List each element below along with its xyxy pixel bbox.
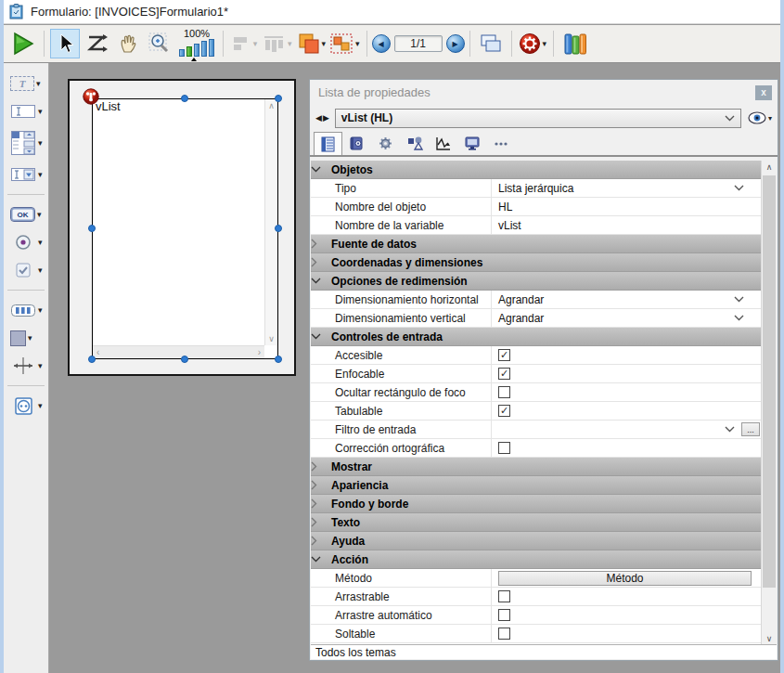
property-checkbox[interactable]	[498, 386, 510, 398]
select-arrow-button[interactable]	[50, 29, 80, 58]
zoom-bar[interactable]	[201, 41, 207, 57]
tab-objects[interactable]	[400, 132, 429, 155]
tab-more[interactable]	[486, 132, 515, 155]
selection-handle-s[interactable]	[181, 356, 188, 363]
group-icon	[329, 32, 353, 55]
method-button[interactable]: Método	[498, 571, 752, 586]
explorer-library-button[interactable]	[559, 29, 589, 58]
selection-handle-ne[interactable]	[275, 95, 282, 102]
section-header[interactable]: Mostrar	[311, 458, 761, 476]
scroll-up-icon[interactable]: ∧	[265, 101, 277, 110]
pan-hand-button[interactable]	[113, 29, 143, 58]
browse-button[interactable]: ...	[741, 422, 760, 436]
tab-display[interactable]	[457, 132, 486, 155]
chevron-down-icon: ▾	[28, 333, 32, 343]
text-tool[interactable]: T ▾	[6, 71, 46, 96]
property-list: ObjetosTipoLista jerárquicaNombre del ob…	[311, 161, 777, 645]
section-header[interactable]: Controles de entrada	[311, 328, 761, 346]
entry-order-button[interactable]	[82, 29, 111, 58]
chevron-down-icon[interactable]	[734, 296, 744, 303]
section-header[interactable]: Objetos	[311, 161, 761, 179]
property-checkbox[interactable]: ✓	[498, 405, 510, 417]
zoom-bar[interactable]	[194, 44, 199, 57]
hierarchical-list-object[interactable]: vList ∧ ∨ ‹ ›	[92, 98, 278, 359]
section-header[interactable]: Apariencia	[311, 476, 761, 495]
view-options-button[interactable]: ▾	[748, 111, 772, 124]
chevron-down-icon[interactable]	[734, 315, 744, 321]
selector-prev-next-arrows[interactable]: ◀▶	[315, 113, 330, 123]
splitter-tool[interactable]: ▾	[6, 354, 46, 378]
tab-events[interactable]	[429, 132, 457, 155]
object-vertical-scrollbar[interactable]: ∧ ∨	[264, 99, 277, 345]
section-header[interactable]: Fuente de datos	[311, 235, 761, 253]
property-value[interactable]: vList	[498, 216, 521, 234]
property-checkbox[interactable]	[498, 442, 510, 454]
scroll-up-icon[interactable]: ∧	[762, 162, 777, 172]
selection-handle-e[interactable]	[275, 225, 282, 232]
execute-form-button[interactable]	[8, 29, 38, 58]
tab-data[interactable]	[342, 132, 371, 155]
section-header[interactable]: Texto	[311, 513, 761, 532]
scroll-down-icon[interactable]: ∨	[762, 634, 777, 643]
selection-handle-se[interactable]	[275, 356, 282, 363]
distribute-button-disabled[interactable]: ▾	[261, 29, 293, 58]
button-tool[interactable]: OK ▾	[6, 202, 46, 226]
section-header[interactable]: Ayuda	[311, 532, 761, 550]
zoom-bar[interactable]	[209, 39, 214, 57]
tab-properties-list[interactable]	[314, 132, 342, 155]
scroll-left-icon[interactable]: ‹	[96, 346, 99, 358]
form-pages-button[interactable]	[476, 29, 506, 58]
property-checkbox[interactable]: ✓	[498, 368, 510, 380]
zoom-bar-current[interactable]	[186, 46, 192, 57]
scroll-down-icon[interactable]: ∨	[265, 334, 277, 343]
section-header[interactable]: Fondo y borde	[311, 495, 761, 513]
chevron-down-icon: ▾	[38, 238, 43, 247]
object-selector-combo[interactable]: vList (HL)	[335, 109, 741, 128]
section-header[interactable]: Opciones de redimensión	[311, 272, 761, 291]
zoom-bar[interactable]	[179, 49, 185, 57]
combobox-tool[interactable]: ▾	[6, 162, 46, 187]
section-header[interactable]: Acción	[311, 550, 761, 569]
tab-settings[interactable]	[371, 132, 400, 155]
zoom-button[interactable]	[145, 29, 174, 58]
property-checkbox[interactable]	[498, 590, 510, 602]
input-tool[interactable]: ▾	[6, 99, 46, 123]
scroll-right-icon[interactable]: ›	[258, 346, 261, 358]
zoom-bars[interactable]	[179, 39, 214, 57]
property-list-scrollbar[interactable]: ∧ ∨	[761, 161, 777, 645]
property-checkbox[interactable]	[498, 609, 510, 621]
arrange-layers-button[interactable]: ▾	[295, 29, 328, 58]
chevron-down-icon[interactable]	[734, 185, 744, 191]
property-value[interactable]: Agrandar	[498, 291, 544, 308]
selection-handle-w[interactable]	[88, 225, 96, 232]
section-header[interactable]: Coordenadas y dimensiones	[311, 253, 761, 272]
plugin-area-tool[interactable]: ▾	[6, 394, 46, 418]
align-button-disabled[interactable]: ▾	[229, 29, 259, 58]
property-value[interactable]: Lista jerárquica	[498, 179, 573, 197]
selection-handle-sw[interactable]	[88, 356, 96, 363]
chevron-down-icon	[311, 333, 331, 340]
rectangle-tool[interactable]: ▾	[6, 326, 46, 350]
zoom-level-widget[interactable]: 100%	[179, 29, 214, 57]
object-method-badge[interactable]	[83, 88, 99, 105]
chevron-down-icon[interactable]	[725, 426, 735, 433]
page-indicator[interactable]: 1/1	[394, 35, 443, 52]
zoom-level-label: 100%	[184, 29, 210, 38]
object-method-button[interactable]: ▾	[518, 29, 548, 58]
property-checkbox[interactable]	[498, 628, 510, 640]
property-checkbox[interactable]: ✓	[498, 349, 510, 361]
property-value[interactable]: Agrandar	[498, 309, 544, 327]
selection-handle-n[interactable]	[181, 95, 188, 102]
form-canvas[interactable]: vList ∧ ∨ ‹ ›	[68, 79, 296, 376]
property-value[interactable]: HL	[498, 198, 512, 215]
tab-control-tool[interactable]: ▾	[6, 298, 46, 322]
next-page-button[interactable]: ▶	[446, 34, 465, 53]
previous-page-button[interactable]: ◀	[372, 34, 391, 53]
checkbox-tool[interactable]: ▾	[6, 258, 46, 282]
listbox-tool[interactable]: ▾	[6, 127, 46, 159]
group-button[interactable]: ▾	[328, 29, 361, 58]
close-button[interactable]: x	[755, 85, 772, 100]
scrollbar-thumb[interactable]	[763, 175, 776, 588]
radio-button-tool[interactable]: ▾	[6, 230, 46, 254]
object-horizontal-scrollbar[interactable]: ‹ ›	[93, 345, 264, 358]
